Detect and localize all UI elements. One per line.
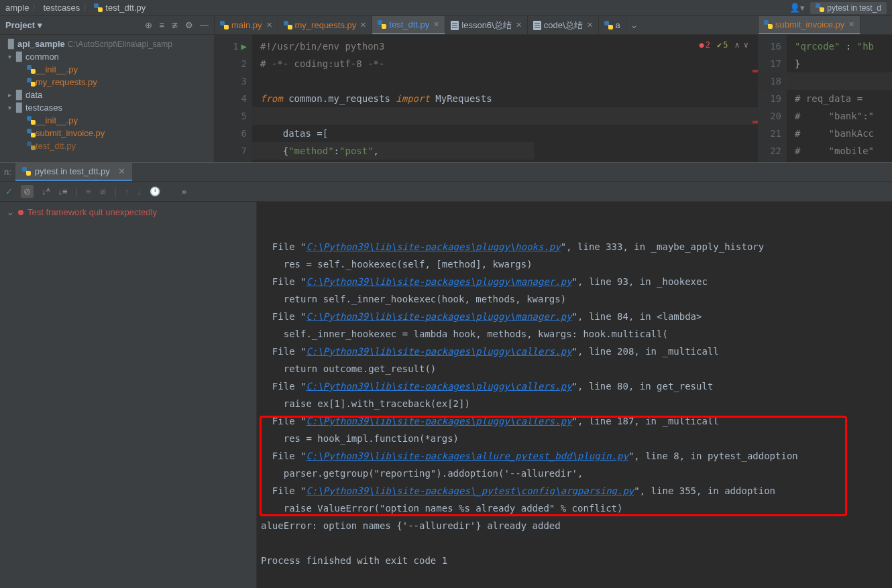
arrow-down-icon[interactable]: ▾ — [8, 53, 16, 60]
check-icon[interactable]: ✓ — [5, 186, 13, 196]
editor-content[interactable]: 1▶ 2 3 4 5 6 7 ● 2 ✔ 5 ∧∨ #!/usr/bin/env… — [215, 35, 758, 162]
line-number: 3 — [241, 72, 247, 90]
run-tab[interactable]: pytest in test_dtt.py ✕ — [15, 163, 132, 181]
project-title: Project — [5, 20, 35, 30]
close-icon[interactable]: ✕ — [516, 21, 522, 30]
line-number: 19 — [770, 90, 781, 107]
warning-indicator[interactable]: ✔ 5 — [717, 36, 728, 54]
more-icon[interactable]: » — [182, 186, 186, 196]
line-number: 7 — [241, 142, 247, 160]
collapse-icon[interactable]: ≢ — [99, 186, 107, 196]
run-prefix: n: — [0, 167, 15, 177]
test-result-item[interactable]: ⌄ Test framework quit unexpectedly — [0, 204, 256, 220]
prev-highlight-icon[interactable]: ∧ — [735, 36, 740, 54]
test-error-label: Test framework quit unexpectedly — [27, 207, 157, 217]
hide-icon[interactable]: — — [200, 20, 209, 30]
breadcrumb-current[interactable]: test_dtt.py — [105, 3, 146, 13]
tab-submit-invoice[interactable]: submit_invoice.py ✕ — [759, 16, 860, 34]
document-icon — [451, 21, 459, 30]
line-number: 21 — [770, 125, 781, 142]
tree-file-submit[interactable]: submit_invoice.py — [0, 127, 214, 139]
console-output[interactable]: File "C:\Python39\lib\site-packages\plug… — [257, 202, 892, 588]
close-icon[interactable]: ✕ — [360, 21, 366, 30]
run-toolbar: ✓ ⊘ ↓ᴬ ↓≡ | ≡ ≢ | ↑ ↓ 🕐 » — [0, 182, 892, 202]
line-number: 16 — [770, 38, 781, 55]
breadcrumb[interactable]: ample 〉 testcases 〉 test_dtt.py — [5, 2, 146, 14]
tree-file-init2[interactable]: __init__.py — [0, 114, 214, 127]
breadcrumb-part[interactable]: ample — [5, 3, 29, 13]
disabled-icon[interactable]: ⊘ — [21, 185, 34, 198]
prev-icon[interactable]: ↑ — [125, 186, 129, 196]
code-text: : — [840, 41, 856, 52]
folder-icon: ▉ — [16, 52, 23, 62]
python-file-icon — [27, 78, 36, 86]
project-tree[interactable]: ▉ api_sample C:\AutoScript\Elina\api_sam… — [0, 35, 214, 155]
tab-a[interactable]: a — [599, 16, 626, 34]
error-stripe[interactable] — [752, 70, 758, 72]
tree-file-testdtt[interactable]: test_dtt.py — [0, 139, 214, 152]
code-text: # "bankAcc — [795, 128, 874, 139]
python-file-icon — [27, 65, 36, 74]
close-icon[interactable]: ✕ — [118, 166, 125, 176]
file-label: __init__.py — [36, 64, 78, 74]
run-configuration-selector[interactable]: pytest in test_d — [810, 2, 887, 14]
locate-icon[interactable]: ⊕ — [145, 20, 152, 30]
tab-overflow-dropdown[interactable]: ⌄ — [626, 20, 642, 30]
close-icon[interactable]: ✕ — [587, 21, 593, 30]
project-view-selector[interactable]: Project ▾ — [5, 20, 42, 30]
tab-code[interactable]: code\总结 ✕ — [528, 16, 599, 34]
tree-file-init[interactable]: __init__.py — [0, 63, 214, 76]
sort-az-icon[interactable]: ↓ᴬ — [42, 186, 50, 196]
line-number: 6 — [241, 125, 247, 142]
tree-folder-testcases[interactable]: ▾ ▉ testcases — [0, 101, 214, 114]
tab-label: submit_invoice.py — [775, 19, 844, 30]
folder-label: data — [25, 90, 42, 100]
editor-content-right[interactable]: 16 17 18 19 20 21 22 "qrcode" : "hb } # … — [759, 35, 892, 162]
top-nav: ample 〉 testcases 〉 test_dtt.py 👤▾ pytes… — [0, 0, 892, 16]
root-path: C:\AutoScript\Elina\api_samp — [68, 40, 172, 49]
chevron-down-icon[interactable]: ⌄ — [7, 207, 14, 217]
arrow-down-icon[interactable]: ▾ — [8, 104, 16, 111]
user-icon[interactable]: 👤▾ — [789, 3, 805, 13]
collapse-all-icon[interactable]: ≢ — [171, 20, 178, 30]
next-icon[interactable]: ↓ — [137, 186, 142, 196]
test-tree[interactable]: ⌄ Test framework quit unexpectedly — [0, 202, 257, 588]
tab-lesson6[interactable]: lesson6\总结 ✕ — [445, 16, 527, 34]
run-gutter-icon[interactable]: ▶ — [241, 38, 247, 55]
close-icon[interactable]: ✕ — [848, 20, 854, 29]
code-text: # "mobile" — [795, 145, 874, 156]
tab-test-dtt[interactable]: test_dtt.py ✕ — [372, 16, 445, 34]
error-indicator[interactable]: ● 2 — [700, 36, 710, 54]
close-icon[interactable]: ✕ — [266, 21, 272, 30]
code-text: #!/usr/bin/env python3 — [260, 41, 384, 52]
python-file-icon — [27, 129, 36, 137]
arrow-right-icon[interactable]: ▸ — [8, 91, 16, 99]
history-icon[interactable]: 🕐 — [150, 186, 160, 196]
next-highlight-icon[interactable]: ∨ — [744, 36, 748, 54]
gutter[interactable]: 1▶ 2 3 4 5 6 7 — [215, 35, 252, 162]
tab-my-requests[interactable]: my_requests.py ✕ — [278, 16, 373, 34]
line-number: 2 — [241, 55, 247, 72]
sort-tree-icon[interactable]: ↓≡ — [58, 186, 68, 196]
code-text: from — [260, 93, 288, 104]
line-number: 22 — [770, 142, 781, 160]
code-text: "hb — [857, 41, 874, 52]
tab-main-py[interactable]: main.py ✕ — [215, 16, 278, 34]
tree-root[interactable]: ▉ api_sample C:\AutoScript\Elina\api_sam… — [0, 38, 214, 50]
chevron-down-icon: ▾ — [38, 20, 42, 30]
tab-label: my_requests.py — [295, 20, 357, 30]
expand-icon[interactable]: ≡ — [86, 186, 91, 196]
code-text: # "bank":" — [795, 111, 874, 121]
expand-all-icon[interactable]: ≡ — [159, 20, 164, 30]
error-stripe[interactable] — [752, 121, 758, 123]
tree-file-myrequests[interactable]: my_requests.py — [0, 76, 214, 89]
gear-icon[interactable]: ⚙ — [185, 20, 193, 30]
tree-folder-data[interactable]: ▸ ▉ data — [0, 89, 214, 101]
chevron-right-icon: 〉 — [32, 2, 40, 14]
tree-folder-common[interactable]: ▾ ▉ common — [0, 50, 214, 63]
error-dot-icon — [18, 210, 23, 215]
close-icon[interactable]: ✕ — [433, 20, 439, 29]
document-icon — [533, 21, 541, 30]
breadcrumb-part[interactable]: testcases — [43, 3, 80, 13]
python-file-icon — [220, 21, 229, 30]
